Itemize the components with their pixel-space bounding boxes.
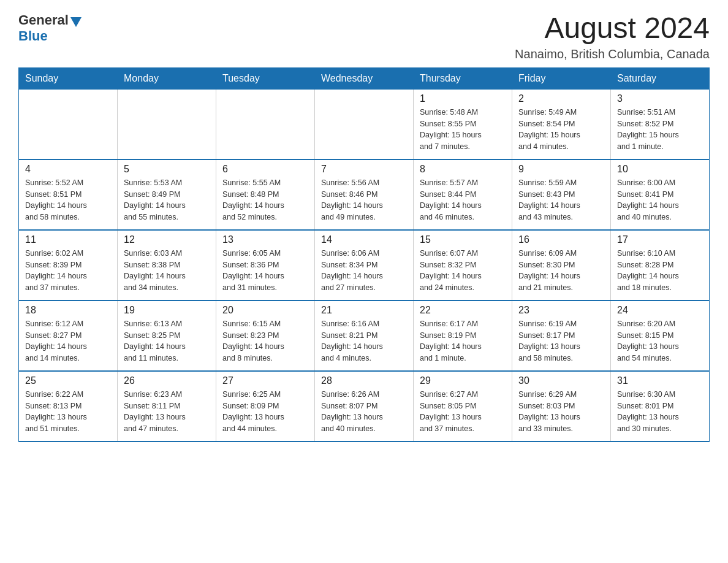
calendar-week-row: 4Sunrise: 5:52 AM Sunset: 8:51 PM Daylig… — [19, 159, 710, 230]
day-info: Sunrise: 5:57 AM Sunset: 8:44 PM Dayligh… — [420, 177, 506, 223]
calendar-day-cell: 13Sunrise: 6:05 AM Sunset: 8:36 PM Dayli… — [216, 230, 315, 301]
day-info: Sunrise: 6:00 AM Sunset: 8:41 PM Dayligh… — [617, 177, 703, 223]
calendar-table: SundayMondayTuesdayWednesdayThursdayFrid… — [18, 67, 710, 442]
day-info: Sunrise: 6:22 AM Sunset: 8:13 PM Dayligh… — [25, 389, 111, 435]
days-of-week-row: SundayMondayTuesdayWednesdayThursdayFrid… — [19, 67, 710, 89]
calendar-day-cell: 28Sunrise: 6:26 AM Sunset: 8:07 PM Dayli… — [315, 371, 414, 442]
calendar-day-cell: 7Sunrise: 5:56 AM Sunset: 8:46 PM Daylig… — [315, 159, 414, 230]
day-number: 28 — [321, 375, 407, 386]
calendar-day-cell: 22Sunrise: 6:17 AM Sunset: 8:19 PM Dayli… — [414, 301, 512, 371]
calendar-day-cell: 4Sunrise: 5:52 AM Sunset: 8:51 PM Daylig… — [19, 159, 118, 230]
day-info: Sunrise: 5:59 AM Sunset: 8:43 PM Dayligh… — [518, 177, 604, 223]
calendar-day-cell: 12Sunrise: 6:03 AM Sunset: 8:38 PM Dayli… — [118, 230, 216, 301]
day-number: 27 — [222, 375, 308, 386]
day-info: Sunrise: 6:07 AM Sunset: 8:32 PM Dayligh… — [420, 248, 506, 294]
day-number: 10 — [617, 164, 703, 175]
day-number: 19 — [124, 305, 210, 316]
calendar-body: 1Sunrise: 5:48 AM Sunset: 8:55 PM Daylig… — [19, 89, 710, 442]
day-of-week-header: Wednesday — [315, 67, 414, 89]
day-of-week-header: Friday — [512, 67, 611, 89]
day-info: Sunrise: 6:03 AM Sunset: 8:38 PM Dayligh… — [124, 248, 210, 294]
calendar-day-cell: 25Sunrise: 6:22 AM Sunset: 8:13 PM Dayli… — [19, 371, 118, 442]
day-number: 18 — [25, 305, 111, 316]
calendar-day-cell: 19Sunrise: 6:13 AM Sunset: 8:25 PM Dayli… — [118, 301, 216, 371]
day-info: Sunrise: 5:48 AM Sunset: 8:55 PM Dayligh… — [420, 107, 506, 153]
day-number: 8 — [420, 164, 506, 175]
calendar-day-cell — [315, 89, 414, 159]
calendar-day-cell: 31Sunrise: 6:30 AM Sunset: 8:01 PM Dayli… — [611, 371, 710, 442]
day-number: 3 — [617, 93, 703, 104]
calendar-day-cell — [19, 89, 118, 159]
calendar-day-cell — [118, 89, 216, 159]
day-info: Sunrise: 5:56 AM Sunset: 8:46 PM Dayligh… — [321, 177, 407, 223]
day-number: 13 — [222, 234, 308, 245]
calendar-week-row: 25Sunrise: 6:22 AM Sunset: 8:13 PM Dayli… — [19, 371, 710, 442]
location-subtitle: Nanaimo, British Columbia, Canada — [515, 47, 710, 61]
calendar-day-cell: 20Sunrise: 6:15 AM Sunset: 8:23 PM Dayli… — [216, 301, 315, 371]
calendar-day-cell: 14Sunrise: 6:06 AM Sunset: 8:34 PM Dayli… — [315, 230, 414, 301]
day-number: 15 — [420, 234, 506, 245]
day-number: 25 — [25, 375, 111, 386]
day-number: 7 — [321, 164, 407, 175]
calendar-day-cell: 3Sunrise: 5:51 AM Sunset: 8:52 PM Daylig… — [611, 89, 710, 159]
day-info: Sunrise: 6:16 AM Sunset: 8:21 PM Dayligh… — [321, 318, 407, 364]
day-info: Sunrise: 6:20 AM Sunset: 8:15 PM Dayligh… — [617, 318, 703, 364]
day-info: Sunrise: 6:15 AM Sunset: 8:23 PM Dayligh… — [222, 318, 308, 364]
day-number: 26 — [124, 375, 210, 386]
day-number: 12 — [124, 234, 210, 245]
page-header: General Blue August 2024 Nanaimo, Britis… — [18, 12, 710, 61]
day-number: 30 — [518, 375, 604, 386]
day-number: 11 — [25, 234, 111, 245]
day-info: Sunrise: 6:30 AM Sunset: 8:01 PM Dayligh… — [617, 389, 703, 435]
calendar-day-cell: 29Sunrise: 6:27 AM Sunset: 8:05 PM Dayli… — [414, 371, 512, 442]
calendar-day-cell: 9Sunrise: 5:59 AM Sunset: 8:43 PM Daylig… — [512, 159, 611, 230]
day-info: Sunrise: 6:27 AM Sunset: 8:05 PM Dayligh… — [420, 389, 506, 435]
day-info: Sunrise: 6:17 AM Sunset: 8:19 PM Dayligh… — [420, 318, 506, 364]
logo: General Blue — [18, 12, 82, 44]
calendar-day-cell: 1Sunrise: 5:48 AM Sunset: 8:55 PM Daylig… — [414, 89, 512, 159]
calendar-day-cell: 16Sunrise: 6:09 AM Sunset: 8:30 PM Dayli… — [512, 230, 611, 301]
day-info: Sunrise: 6:09 AM Sunset: 8:30 PM Dayligh… — [518, 248, 604, 294]
calendar-day-cell: 11Sunrise: 6:02 AM Sunset: 8:39 PM Dayli… — [19, 230, 118, 301]
calendar-week-row: 1Sunrise: 5:48 AM Sunset: 8:55 PM Daylig… — [19, 89, 710, 159]
day-info: Sunrise: 6:25 AM Sunset: 8:09 PM Dayligh… — [222, 389, 308, 435]
day-number: 23 — [518, 305, 604, 316]
day-of-week-header: Tuesday — [216, 67, 315, 89]
calendar-day-cell: 24Sunrise: 6:20 AM Sunset: 8:15 PM Dayli… — [611, 301, 710, 371]
day-number: 6 — [222, 164, 308, 175]
day-info: Sunrise: 6:10 AM Sunset: 8:28 PM Dayligh… — [617, 248, 703, 294]
day-number: 24 — [617, 305, 703, 316]
calendar-day-cell: 8Sunrise: 5:57 AM Sunset: 8:44 PM Daylig… — [414, 159, 512, 230]
day-info: Sunrise: 6:05 AM Sunset: 8:36 PM Dayligh… — [222, 248, 308, 294]
day-info: Sunrise: 6:02 AM Sunset: 8:39 PM Dayligh… — [25, 248, 111, 294]
day-number: 29 — [420, 375, 506, 386]
calendar-day-cell: 18Sunrise: 6:12 AM Sunset: 8:27 PM Dayli… — [19, 301, 118, 371]
day-info: Sunrise: 5:55 AM Sunset: 8:48 PM Dayligh… — [222, 177, 308, 223]
day-info: Sunrise: 6:23 AM Sunset: 8:11 PM Dayligh… — [124, 389, 210, 435]
calendar-week-row: 11Sunrise: 6:02 AM Sunset: 8:39 PM Dayli… — [19, 230, 710, 301]
day-number: 16 — [518, 234, 604, 245]
day-info: Sunrise: 6:06 AM Sunset: 8:34 PM Dayligh… — [321, 248, 407, 294]
day-info: Sunrise: 6:19 AM Sunset: 8:17 PM Dayligh… — [518, 318, 604, 364]
day-number: 9 — [518, 164, 604, 175]
title-section: August 2024 Nanaimo, British Columbia, C… — [515, 12, 710, 61]
day-of-week-header: Thursday — [414, 67, 512, 89]
day-of-week-header: Monday — [118, 67, 216, 89]
calendar-header: SundayMondayTuesdayWednesdayThursdayFrid… — [19, 67, 710, 89]
calendar-day-cell: 10Sunrise: 6:00 AM Sunset: 8:41 PM Dayli… — [611, 159, 710, 230]
day-info: Sunrise: 5:52 AM Sunset: 8:51 PM Dayligh… — [25, 177, 111, 223]
calendar-day-cell: 23Sunrise: 6:19 AM Sunset: 8:17 PM Dayli… — [512, 301, 611, 371]
day-info: Sunrise: 5:49 AM Sunset: 8:54 PM Dayligh… — [518, 107, 604, 153]
day-number: 4 — [25, 164, 111, 175]
calendar-day-cell: 6Sunrise: 5:55 AM Sunset: 8:48 PM Daylig… — [216, 159, 315, 230]
day-info: Sunrise: 6:13 AM Sunset: 8:25 PM Dayligh… — [124, 318, 210, 364]
month-title: August 2024 — [515, 12, 710, 45]
calendar-week-row: 18Sunrise: 6:12 AM Sunset: 8:27 PM Dayli… — [19, 301, 710, 371]
day-number: 14 — [321, 234, 407, 245]
logo-blue-text: Blue — [18, 28, 48, 44]
day-number: 17 — [617, 234, 703, 245]
calendar-day-cell: 17Sunrise: 6:10 AM Sunset: 8:28 PM Dayli… — [611, 230, 710, 301]
logo-triangle-icon — [70, 17, 82, 27]
calendar-day-cell: 15Sunrise: 6:07 AM Sunset: 8:32 PM Dayli… — [414, 230, 512, 301]
day-number: 2 — [518, 93, 604, 104]
